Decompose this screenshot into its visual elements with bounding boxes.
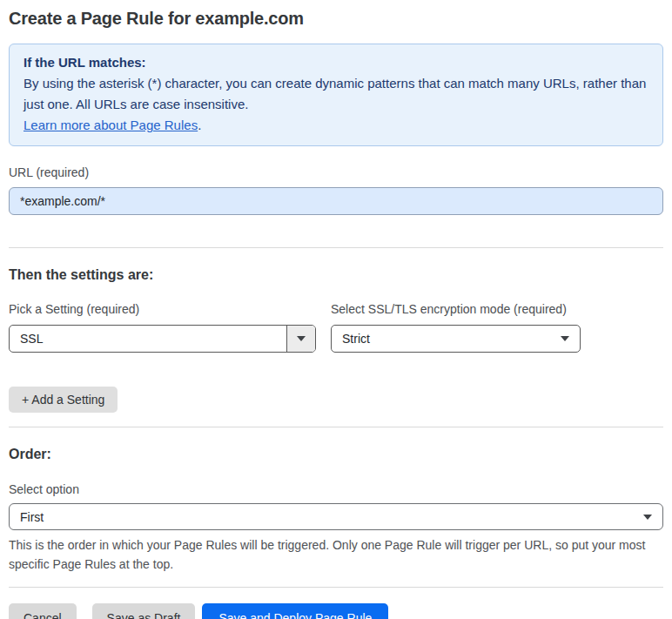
setting-select[interactable]: SSL xyxy=(9,325,316,353)
page-title: Create a Page Rule for example.com xyxy=(9,7,663,30)
order-select[interactable]: First xyxy=(9,503,663,530)
caret-down-icon xyxy=(561,336,569,341)
order-caret-wrap xyxy=(633,504,662,529)
caret-down-icon xyxy=(643,515,652,520)
link-suffix: . xyxy=(198,118,201,132)
create-page-rule-form: Create a Page Rule for example.com If th… xyxy=(0,0,672,619)
order-section-heading: Order: xyxy=(9,445,663,463)
save-draft-button[interactable]: Save as Draft xyxy=(92,603,196,619)
url-input[interactable] xyxy=(9,187,663,215)
divider xyxy=(9,247,663,248)
save-deploy-button[interactable]: Save and Deploy Page Rule xyxy=(202,603,388,619)
learn-more-link[interactable]: Learn more about Page Rules xyxy=(24,118,198,132)
info-box-link-line: Learn more about Page Rules. xyxy=(24,115,648,136)
ssl-mode-caret-wrap xyxy=(550,326,580,352)
setting-picker-group: Pick a Setting (required) SSL xyxy=(9,301,316,353)
footer-actions: Cancel Save as Draft Save and Deploy Pag… xyxy=(9,603,663,619)
url-match-info-box: If the URL matches: By using the asteris… xyxy=(9,44,663,146)
pick-setting-label: Pick a Setting (required) xyxy=(9,301,316,318)
order-select-value: First xyxy=(10,510,633,524)
cancel-button[interactable]: Cancel xyxy=(9,603,77,619)
settings-row: Pick a Setting (required) SSL Select SSL… xyxy=(9,301,663,353)
add-setting-button[interactable]: + Add a Setting xyxy=(9,387,118,413)
ssl-mode-label: Select SSL/TLS encryption mode (required… xyxy=(331,301,581,318)
url-label: URL (required) xyxy=(9,165,663,181)
ssl-mode-picker-group: Select SSL/TLS encryption mode (required… xyxy=(331,301,581,353)
ssl-mode-select-value: Strict xyxy=(332,332,550,346)
setting-select-caret-button[interactable] xyxy=(286,326,315,352)
divider xyxy=(9,427,663,427)
info-box-body: By using the asterisk (*) character, you… xyxy=(24,73,648,115)
divider xyxy=(9,587,663,588)
caret-down-icon xyxy=(297,336,306,341)
settings-section-heading: Then the settings are: xyxy=(9,266,663,284)
setting-select-value: SSL xyxy=(10,332,286,346)
ssl-mode-select[interactable]: Strict xyxy=(331,325,581,353)
order-help-text: This is the order in which your Page Rul… xyxy=(9,535,660,574)
info-box-heading: If the URL matches: xyxy=(24,52,648,73)
select-option-label: Select option xyxy=(9,481,663,498)
